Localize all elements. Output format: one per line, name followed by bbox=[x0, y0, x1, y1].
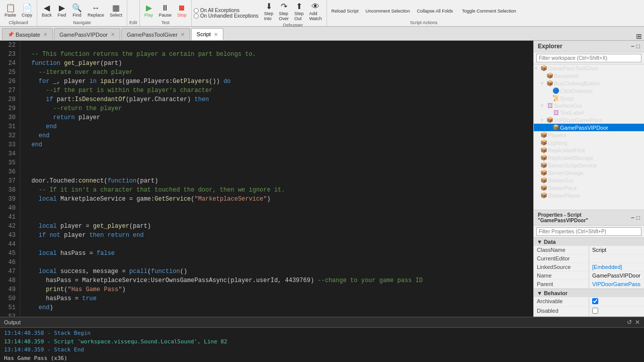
tree-item-gametoolsgiver[interactable]: ▼📦GamePassToolGiver bbox=[534, 64, 644, 72]
tree-item-clickdetector[interactable]: 🔵ClickDetector bbox=[534, 87, 644, 95]
prop-checkbox-disabled[interactable] bbox=[592, 308, 598, 314]
explorer-toggle[interactable]: ⊞ bbox=[636, 32, 642, 40]
props-section-header-behavior[interactable]: ▼Behavior bbox=[534, 289, 644, 297]
step-out-icon: ⬆ bbox=[296, 3, 302, 11]
script-actions-group: Reload Script Uncomment Selection Collap… bbox=[327, 0, 521, 26]
tree-item-replicatedfirst[interactable]: 📦ReplicatedFirst bbox=[534, 146, 644, 154]
explorer-search-input[interactable] bbox=[536, 54, 641, 62]
find-button[interactable]: 🔍 Find bbox=[69, 3, 85, 19]
tree-arrow-replicatedstorage bbox=[534, 155, 540, 160]
tab-baseplate-close[interactable]: ✕ bbox=[43, 32, 47, 37]
tab-baseplate[interactable]: 📌 Baseplate ✕ bbox=[2, 28, 53, 40]
code-line-26: for _, player in ipairs(game.Players:Get… bbox=[24, 77, 529, 86]
line-number-50: 50 bbox=[4, 294, 16, 303]
prop-link-parent[interactable]: VIPDoorGamePass bbox=[592, 281, 640, 287]
tree-arrow-replicatedfirst bbox=[534, 148, 540, 153]
tab-gamepasstoolgiver[interactable]: GamePassToolGiver ✕ bbox=[121, 28, 190, 40]
step-over-button[interactable]: ↷ StepOver bbox=[276, 1, 291, 23]
stop-button[interactable]: ⏹ Stop bbox=[175, 3, 189, 19]
tree-item-players[interactable]: 📦Players bbox=[534, 131, 644, 139]
line-number-38: 38 bbox=[4, 186, 16, 195]
tree-arrow-starterpack bbox=[534, 186, 540, 191]
explorer-search bbox=[534, 52, 644, 64]
back-button[interactable]: ◀ Back bbox=[39, 3, 54, 19]
tree-icon-replicatedstorage: 📦 bbox=[540, 154, 548, 161]
line-number-35: 35 bbox=[4, 158, 16, 167]
prop-key-archivable: Archivable bbox=[534, 297, 589, 306]
tab-gamepasvipdoor-close[interactable]: ✕ bbox=[111, 32, 115, 37]
prop-link-linkedsource[interactable]: [Embedded] bbox=[592, 264, 622, 270]
select-button[interactable]: ▦ Select bbox=[107, 3, 125, 19]
props-row-archivable: Archivable bbox=[534, 297, 644, 307]
line-number-26: 26 bbox=[4, 77, 16, 86]
tree-item-startergui[interactable]: 📦StarterGui bbox=[534, 176, 644, 184]
tree-item-vipdoorgamepass[interactable]: ▼📦VIPDoorGamePass bbox=[534, 116, 644, 124]
code-area[interactable]: -- This function returns the player a ce… bbox=[20, 41, 533, 317]
prop-checkbox-archivable[interactable] bbox=[592, 298, 598, 304]
tree-item-starterpack[interactable]: 📦StarterPack bbox=[534, 184, 644, 192]
explorer-restore-icon[interactable]: □ bbox=[636, 43, 640, 50]
output-clear-icon[interactable]: ↺ bbox=[627, 319, 632, 326]
on-unhandled-exceptions-radio[interactable]: On Unhandled Exceptions bbox=[194, 13, 259, 19]
tree-item-replicatedstorage[interactable]: 📦ReplicatedStorage bbox=[534, 154, 644, 161]
tab-bar: 📌 Baseplate ✕ GamePassVIPDoor ✕ GamePass… bbox=[0, 27, 644, 41]
reload-script-button[interactable]: Reload Script bbox=[329, 7, 361, 15]
tree-item-serverstorage[interactable]: 📦ServerStorage bbox=[534, 169, 644, 176]
explorer-tree: ▼📦GamePassToolGiver📦Baseplate▼📦BuyClothi… bbox=[534, 64, 644, 210]
play-button[interactable]: ▶ Play bbox=[142, 3, 156, 19]
collapse-all-folds-button[interactable]: Collapse All Folds bbox=[415, 7, 456, 15]
uncomment-selection-button[interactable]: Uncomment Selection bbox=[363, 7, 413, 15]
replace-button[interactable]: ↔ Replace bbox=[85, 3, 107, 19]
props-section-header-data[interactable]: ▼Data bbox=[534, 238, 644, 246]
tree-arrow-serverscriptservice bbox=[534, 163, 540, 168]
tree-item-starterplayer[interactable]: 📦StarterPlayer bbox=[534, 192, 644, 199]
line-number-49: 49 bbox=[4, 285, 16, 294]
code-line-48: hasPass = MarketplaceService:UserOwnsGam… bbox=[24, 276, 529, 285]
tree-item-baseplate[interactable]: 📦Baseplate bbox=[534, 72, 644, 79]
output-panel: Output ↺ ✕ 13:14:40.358 - Stack Begin13:… bbox=[0, 317, 644, 362]
output-close-icon[interactable]: ✕ bbox=[635, 319, 640, 326]
tree-label-replicatedfirst: ReplicatedFirst bbox=[548, 147, 585, 153]
tab-script-close[interactable]: ✕ bbox=[214, 32, 218, 37]
paste-button[interactable]: 📋 Paste bbox=[2, 3, 19, 19]
toggle-comment-button[interactable]: Toggle Comment Selection bbox=[459, 7, 519, 15]
line-number-22: 22 bbox=[4, 41, 16, 50]
tree-item-serverscriptservice[interactable]: 📦ServerScriptService bbox=[534, 161, 644, 169]
tab-script[interactable]: Script ✕ bbox=[191, 28, 223, 40]
props-minimize-icon[interactable]: − bbox=[631, 214, 634, 221]
tree-item-surfacegui[interactable]: ▼🖼SurfaceGui bbox=[534, 102, 644, 109]
code-line-31: end bbox=[24, 122, 529, 131]
line-number-42: 42 bbox=[4, 222, 16, 231]
clipboard-label: Clipboard bbox=[2, 20, 35, 25]
props-filter-input[interactable] bbox=[536, 227, 641, 236]
tab-script-label: Script bbox=[197, 31, 211, 37]
tree-item-textlabel[interactable]: 🖼TextLabel bbox=[534, 109, 644, 116]
tab-gamepasstoolgiver-close[interactable]: ✕ bbox=[181, 32, 185, 37]
explorer-minimize-icon[interactable]: − bbox=[631, 43, 634, 50]
pause-icon: ⏸ bbox=[161, 4, 169, 12]
line-number-45: 45 bbox=[4, 249, 16, 258]
step-out-button[interactable]: ⬆ StepOut bbox=[292, 1, 306, 23]
output-line: 13:14:40.359 - Stack End bbox=[4, 346, 640, 354]
add-watch-button[interactable]: 👁 AddWatch bbox=[306, 1, 324, 23]
line-number-40: 40 bbox=[4, 204, 16, 213]
prop-value-currenteditor bbox=[589, 254, 644, 262]
fwd-button[interactable]: ▶ Fwd bbox=[55, 3, 69, 19]
tree-item-lighting[interactable]: 📦Lighting bbox=[534, 139, 644, 146]
code-editor[interactable]: 2223242526272829303132333435363738394041… bbox=[0, 41, 533, 317]
code-line-29: --return the player bbox=[24, 104, 529, 113]
tab-gamepasvipdoor[interactable]: GamePassVIPDoor ✕ bbox=[54, 28, 120, 40]
line-number-37: 37 bbox=[4, 176, 16, 186]
props-row-linkedsource: LinkedSource[Embedded] bbox=[534, 263, 644, 272]
tree-item-buyclothingbtn[interactable]: ▼📦BuyClothingButton bbox=[534, 79, 644, 87]
on-all-exceptions-radio[interactable]: On All Exceptions bbox=[194, 8, 259, 13]
step-into-button[interactable]: ⬇ StepInto bbox=[262, 1, 276, 23]
props-restore-icon[interactable]: □ bbox=[636, 214, 640, 221]
tree-item-gamepassvipdoor[interactable]: 📦GamePassVIPDoor bbox=[534, 124, 644, 131]
tree-icon-script: 📜 bbox=[552, 95, 560, 102]
tree-item-script[interactable]: 📜Script bbox=[534, 95, 644, 102]
copy-button[interactable]: 📄 Copy bbox=[19, 3, 35, 19]
pause-button[interactable]: ⏸ Pause bbox=[156, 3, 175, 19]
tree-label-lighting: Lighting bbox=[548, 140, 568, 146]
tree-arrow-vipdoorgamepass: ▼ bbox=[540, 118, 546, 123]
